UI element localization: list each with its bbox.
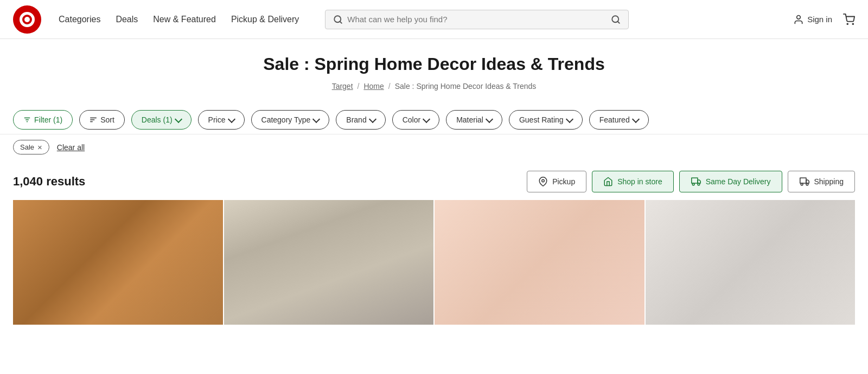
product-card[interactable] (13, 200, 223, 325)
sort-label: Sort (100, 115, 114, 124)
deals-filter-label: Deals (1) (142, 115, 173, 124)
product-image-2 (224, 200, 434, 325)
svg-marker-15 (698, 180, 700, 183)
nav-pickup-delivery[interactable]: Pickup & Delivery (231, 15, 299, 24)
category-type-filter-button[interactable]: Category Type (251, 110, 330, 130)
sign-in-label: Sign in (807, 15, 832, 24)
svg-point-4 (797, 15, 801, 19)
shipping-button[interactable]: Shipping (788, 171, 856, 192)
main-nav: Categories Deals New & Featured Pickup &… (0, 0, 868, 39)
svg-line-3 (618, 21, 620, 23)
active-filters: Sale × Clear all (0, 134, 868, 162)
page-header: Sale : Spring Home Decor Ideas & Trends … (0, 39, 868, 101)
clear-all-link[interactable]: Clear all (57, 143, 85, 152)
product-image-1 (13, 200, 223, 325)
nav-right: Sign in (793, 14, 855, 25)
product-card[interactable] (646, 200, 856, 325)
cart-icon (843, 14, 855, 25)
product-image-4 (646, 200, 856, 325)
search-icon (333, 15, 343, 24)
brand-filter-button[interactable]: Brand (336, 110, 385, 130)
featured-filter-label: Featured (599, 115, 630, 124)
page-title: Sale : Spring Home Decor Ideas & Trends (13, 54, 855, 74)
deals-filter-button[interactable]: Deals (1) (131, 110, 192, 130)
product-card[interactable] (224, 200, 434, 325)
nav-links: Categories Deals New & Featured Pickup &… (59, 15, 299, 24)
search-bar[interactable] (325, 10, 629, 29)
pickup-button[interactable]: Pickup (527, 171, 586, 192)
same-day-delivery-button[interactable]: Same Day Delivery (679, 171, 782, 192)
svg-point-5 (847, 23, 848, 24)
search-input[interactable] (347, 15, 607, 24)
category-chevron-icon (312, 115, 320, 122)
material-filter-label: Material (456, 115, 483, 124)
price-filter-label: Price (208, 115, 226, 124)
svg-rect-14 (691, 178, 697, 183)
material-filter-button[interactable]: Material (446, 110, 502, 130)
sale-filter-tag[interactable]: Sale × (13, 140, 49, 154)
store-label: Shop in store (617, 177, 662, 186)
shop-in-store-button[interactable]: Shop in store (592, 171, 674, 192)
delivery-label: Same Day Delivery (706, 177, 771, 186)
color-chevron-icon (423, 115, 430, 122)
filter-button[interactable]: Filter (1) (13, 110, 73, 130)
shipping-icon (799, 177, 810, 186)
sort-button[interactable]: Sort (79, 110, 125, 130)
pickup-label: Pickup (552, 177, 575, 186)
breadcrumb-target[interactable]: Target (332, 82, 353, 91)
price-chevron-icon (227, 115, 235, 122)
deals-chevron-icon (175, 115, 182, 122)
svg-point-6 (852, 23, 853, 24)
pickup-icon (538, 177, 548, 186)
guest-rating-label: Guest Rating (519, 115, 564, 124)
person-icon (793, 14, 804, 25)
product-grid (0, 200, 868, 325)
material-chevron-icon (486, 115, 493, 122)
nav-categories[interactable]: Categories (59, 15, 100, 24)
search-submit-icon (611, 15, 621, 24)
product-image-3 (435, 200, 644, 325)
sort-icon (90, 116, 97, 124)
sale-tag-close-icon[interactable]: × (37, 143, 42, 151)
svg-rect-18 (800, 178, 806, 183)
filter-icon (23, 116, 31, 124)
price-filter-button[interactable]: Price (198, 110, 245, 130)
nav-new-featured[interactable]: New & Featured (153, 15, 216, 24)
results-actions: Pickup Shop in store Same Day Delivery S… (527, 171, 855, 192)
sale-tag-label: Sale (20, 143, 34, 151)
guest-rating-filter-button[interactable]: Guest Rating (509, 110, 583, 130)
breadcrumb-home[interactable]: Home (363, 82, 384, 91)
svg-point-16 (692, 183, 694, 185)
delivery-icon (691, 177, 701, 186)
filter-label: Filter (1) (34, 115, 62, 124)
breadcrumb-sep-2: / (388, 82, 391, 91)
target-logo[interactable] (13, 5, 41, 34)
guest-rating-chevron-icon (566, 115, 573, 122)
results-count: 1,040 results (13, 175, 85, 189)
svg-line-1 (340, 21, 342, 23)
breadcrumb-sep-1: / (358, 82, 360, 91)
brand-filter-label: Brand (346, 115, 366, 124)
featured-filter-button[interactable]: Featured (589, 110, 649, 130)
breadcrumb: Target / Home / Sale : Spring Home Decor… (13, 82, 855, 91)
shipping-label: Shipping (814, 177, 844, 186)
product-card[interactable] (435, 200, 644, 325)
svg-point-21 (806, 183, 808, 185)
sign-in-button[interactable]: Sign in (793, 14, 832, 25)
nav-deals[interactable]: Deals (116, 15, 138, 24)
cart-button[interactable] (843, 14, 855, 25)
category-type-label: Category Type (261, 115, 311, 124)
color-filter-button[interactable]: Color (392, 110, 439, 130)
results-bar: 1,040 results Pickup Shop in store Same … (0, 162, 868, 200)
svg-point-17 (698, 183, 700, 185)
featured-chevron-icon (632, 115, 640, 122)
brand-chevron-icon (369, 115, 376, 122)
svg-point-13 (542, 179, 545, 182)
breadcrumb-current: Sale : Spring Home Decor Ideas & Trends (395, 82, 537, 91)
svg-marker-19 (806, 180, 809, 183)
svg-point-20 (801, 183, 803, 185)
store-icon (603, 177, 613, 186)
filter-bar: Filter (1) Sort Deals (1) Price Category… (0, 101, 868, 134)
color-filter-label: Color (403, 115, 420, 124)
